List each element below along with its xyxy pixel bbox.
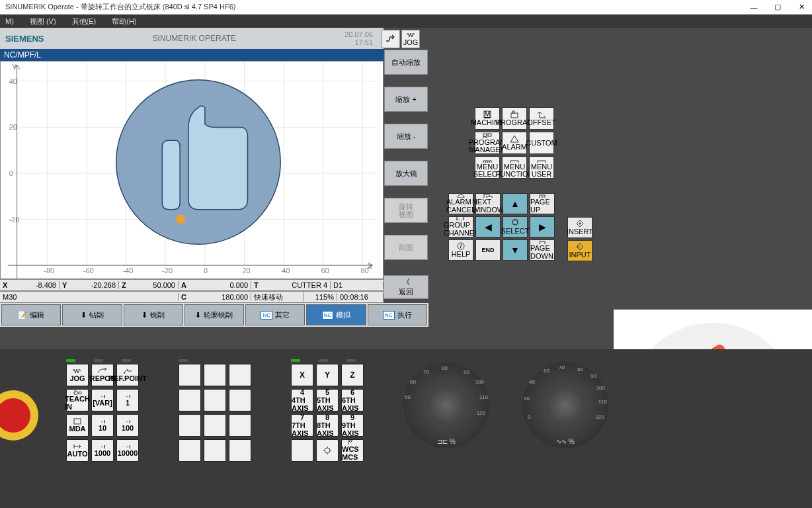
key-inc1[interactable]: →I1	[116, 389, 139, 411]
key-axis-7[interactable]: 77TH AXIS	[291, 414, 313, 437]
key-arrow-up[interactable]: ▲	[503, 193, 528, 214]
key-alarm-cancel[interactable]: ALARM CANCEL	[448, 193, 473, 214]
key-blank[interactable]	[179, 389, 201, 411]
contour-icon: ⬇	[195, 311, 201, 319]
key-blank[interactable]	[291, 439, 313, 462]
menu-m[interactable]: M)	[3, 17, 17, 25]
key-blank[interactable]	[179, 439, 201, 462]
key-arrow-left[interactable]: ◀	[475, 216, 501, 237]
key-inc100[interactable]: →I100	[116, 414, 139, 437]
side-btn-autozoom[interactable]: 自动缩放	[384, 50, 428, 75]
side-softkeys: JOG 自动缩放 缩放 + 缩放 - 放大镜 旋转 视图 剖面 《 返回	[384, 28, 428, 303]
action-other[interactable]: NC其它	[245, 304, 305, 325]
minimize-icon[interactable]: —	[749, 2, 759, 13]
feed-icon: ⊐⊏ %	[437, 438, 456, 445]
key-page-down[interactable]: PAGE DOWN	[530, 239, 555, 261]
menu-view[interactable]: 视图 (V)	[27, 17, 59, 26]
key-program[interactable]: PROGRAM	[502, 107, 527, 130]
key-arrow-right[interactable]: ▶	[530, 216, 555, 237]
key-axis-9[interactable]: 99TH AXIS	[341, 414, 364, 437]
nc-icon: NC	[383, 311, 395, 319]
maximize-icon[interactable]: ▢	[772, 2, 783, 13]
key-blank[interactable]	[229, 439, 251, 462]
svg-point-55	[579, 223, 581, 225]
menu-help[interactable]: 帮助(H)	[109, 17, 139, 26]
channel-icon[interactable]	[382, 30, 400, 48]
key-axis-8[interactable]: 88TH AXIS	[316, 414, 339, 437]
action-contour[interactable]: ⬇轮廓铣削	[184, 304, 244, 325]
key-program-manager[interactable]: PROGRAM MANAGER	[475, 132, 500, 154]
key-custom[interactable]: CUSTOM	[529, 132, 554, 154]
key-refpoint[interactable]: REF.POINT	[116, 364, 139, 386]
key-end[interactable]: END	[475, 239, 501, 261]
key-axis-5[interactable]: 55TH AXIS	[316, 389, 339, 411]
key-mda[interactable]: MDA	[66, 414, 89, 437]
key-blank[interactable]	[316, 439, 339, 462]
feed-override-dial[interactable]: ⊐⊏ % 50 60 70 80 90 100 110 120	[403, 362, 489, 448]
key-blank[interactable]	[179, 414, 201, 437]
menubar: M) 视图 (V) 其他(E) 帮助(H)	[0, 15, 812, 28]
svg-text:0: 0	[204, 267, 208, 275]
jog-mode-icon[interactable]: JOG	[401, 30, 420, 48]
key-blank[interactable]	[204, 364, 226, 386]
back-icon: 《	[403, 277, 410, 287]
key-blank[interactable]	[204, 414, 226, 437]
svg-text:0: 0	[9, 169, 13, 177]
key-offset[interactable]: OFFSET	[529, 107, 554, 130]
key-var[interactable]: →I[VAR]	[91, 389, 114, 411]
emergency-stop[interactable]	[0, 389, 40, 442]
menu-other[interactable]: 其他(E)	[69, 17, 99, 26]
key-teachin[interactable]: TEACH IN	[66, 389, 89, 411]
key-blank[interactable]	[179, 364, 201, 386]
svg-text:M: M	[484, 110, 490, 118]
side-btn-magnify[interactable]: 放大镜	[384, 161, 428, 186]
svg-text:60: 60	[321, 267, 329, 275]
key-arrow-down[interactable]: ▼	[503, 239, 528, 261]
siemens-logo: SIEMENS	[5, 34, 44, 44]
key-page-up[interactable]: PAGE UP	[530, 193, 555, 214]
key-blank[interactable]	[204, 389, 226, 411]
side-btn-zoomout[interactable]: 缩放 -	[384, 124, 428, 149]
key-axis-6[interactable]: 66TH AXIS	[341, 389, 364, 411]
key-inc1000[interactable]: →I1000	[91, 439, 114, 462]
key-blank[interactable]	[204, 439, 226, 462]
back-button[interactable]: 《 返回	[384, 275, 428, 299]
svg-text:-40: -40	[123, 267, 134, 275]
action-execute[interactable]: NC执行	[368, 304, 427, 325]
action-drill[interactable]: ⬇钻削	[62, 304, 122, 325]
coord-row-1: X-8.408 Y-20.268 Z50.000 A0.000 TCUTTER …	[0, 279, 384, 291]
key-blank[interactable]	[229, 414, 251, 437]
key-help[interactable]: iHELP	[448, 239, 473, 261]
action-edit[interactable]: 📝编辑	[1, 304, 61, 325]
window-title: SINUMERIK Operate - 带旋转工作台的立式铣床 (840D sl…	[5, 2, 235, 12]
key-blank[interactable]	[229, 389, 251, 411]
key-next-window[interactable]: NEXT WINDOW	[475, 193, 501, 214]
program-path: NC/MPF/L	[0, 49, 384, 61]
side-btn-zoomin[interactable]: 缩放 +	[384, 87, 428, 112]
key-axis-y[interactable]: Y	[316, 364, 339, 386]
bottom-softkeys: 📝编辑 ⬇钻削 ⬇铣削 ⬇轮廓铣削 NC其它 NC模拟 NC执行	[0, 303, 428, 327]
simulation-plot[interactable]: -80-60-40 -20020 406080 40200-20 XY	[0, 61, 384, 279]
action-simulate[interactable]: NC模拟	[306, 304, 366, 325]
key-group-channel[interactable]: 1..nGROUP CHANNEL	[448, 216, 473, 237]
key-wcs-mcs[interactable]: WCS MCS	[341, 439, 364, 462]
key-alarm[interactable]: ALARM	[502, 132, 527, 154]
key-axis-z[interactable]: Z	[341, 364, 364, 386]
key-input[interactable]: INPUT	[567, 240, 592, 261]
key-axis-4[interactable]: 44TH AXIS	[291, 389, 313, 411]
key-jog[interactable]: JOG	[66, 364, 89, 386]
key-inc10000[interactable]: →I10000	[116, 439, 139, 462]
key-axis-x[interactable]: X	[291, 364, 313, 386]
key-inc10[interactable]: →I10	[91, 414, 114, 437]
key-auto[interactable]: AUTO	[66, 439, 89, 462]
key-insert[interactable]: INSERT	[567, 217, 592, 238]
key-select[interactable]: SELECT	[503, 216, 528, 237]
key-blank[interactable]	[229, 364, 251, 386]
svg-text:-20: -20	[162, 267, 173, 275]
side-btn-section: 剖面	[384, 235, 428, 260]
close-icon[interactable]: ✕	[796, 2, 807, 13]
key-menu-function[interactable]: MENU FUNCTION	[502, 156, 527, 179]
action-mill[interactable]: ⬇铣削	[124, 304, 183, 325]
key-menu-user[interactable]: MENU USER	[529, 156, 554, 179]
spindle-override-dial[interactable]: ∿∿ % 0 20 40 60 70 80 90 100 110 120	[522, 362, 608, 448]
